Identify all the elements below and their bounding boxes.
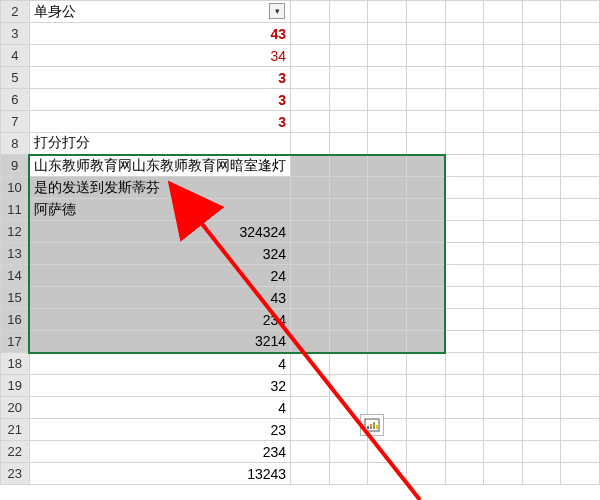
cell[interactable] (406, 397, 445, 419)
cell[interactable] (406, 177, 445, 199)
cell[interactable] (445, 265, 484, 287)
cell[interactable] (561, 221, 600, 243)
row-header[interactable]: 10 (1, 177, 30, 199)
cell[interactable]: 43 (29, 23, 291, 45)
row-header[interactable]: 11 (1, 199, 30, 221)
cell[interactable] (329, 155, 368, 177)
cell[interactable] (368, 463, 407, 485)
cell[interactable] (522, 23, 561, 45)
cell[interactable] (561, 177, 600, 199)
cell[interactable] (484, 441, 523, 463)
cell[interactable] (484, 67, 523, 89)
cell[interactable]: 324324 (29, 221, 291, 243)
cell[interactable] (484, 331, 523, 353)
cell[interactable]: 3214 (29, 331, 291, 353)
cell[interactable] (561, 463, 600, 485)
cell[interactable] (445, 331, 484, 353)
cell[interactable] (329, 111, 368, 133)
cell[interactable] (291, 67, 330, 89)
cell[interactable] (561, 199, 600, 221)
cell[interactable] (291, 23, 330, 45)
cell[interactable] (522, 463, 561, 485)
cell[interactable] (406, 45, 445, 67)
cell[interactable] (406, 243, 445, 265)
cell[interactable] (329, 221, 368, 243)
cell[interactable] (445, 243, 484, 265)
cell[interactable] (484, 89, 523, 111)
row-header[interactable]: 7 (1, 111, 30, 133)
cell[interactable] (561, 23, 600, 45)
cell[interactable] (406, 287, 445, 309)
cell[interactable] (368, 331, 407, 353)
cell[interactable] (329, 45, 368, 67)
cell[interactable] (329, 441, 368, 463)
cell[interactable] (291, 419, 330, 441)
cell[interactable] (522, 111, 561, 133)
cell[interactable] (329, 67, 368, 89)
cell[interactable] (329, 177, 368, 199)
cell[interactable] (561, 397, 600, 419)
cell[interactable] (484, 199, 523, 221)
cell[interactable] (291, 111, 330, 133)
cell[interactable] (561, 243, 600, 265)
cell[interactable] (291, 89, 330, 111)
cell[interactable] (368, 265, 407, 287)
cell[interactable]: 234 (29, 441, 291, 463)
cell[interactable] (368, 89, 407, 111)
cell[interactable]: 打分打分 (29, 133, 291, 155)
cell[interactable] (329, 1, 368, 23)
row-header[interactable]: 17 (1, 331, 30, 353)
cell[interactable] (522, 133, 561, 155)
row-header[interactable]: 14 (1, 265, 30, 287)
cell[interactable] (561, 67, 600, 89)
cell[interactable] (291, 243, 330, 265)
cell[interactable] (522, 397, 561, 419)
row-header[interactable]: 23 (1, 463, 30, 485)
row-header[interactable]: 5 (1, 67, 30, 89)
cell[interactable] (484, 45, 523, 67)
cell[interactable] (406, 419, 445, 441)
row-header[interactable]: 21 (1, 419, 30, 441)
row-header[interactable]: 15 (1, 287, 30, 309)
cell[interactable] (406, 265, 445, 287)
cell[interactable] (406, 111, 445, 133)
cell[interactable] (406, 463, 445, 485)
cell[interactable] (368, 1, 407, 23)
cell[interactable] (522, 375, 561, 397)
row-header[interactable]: 12 (1, 221, 30, 243)
cell[interactable] (561, 155, 600, 177)
row-header[interactable]: 18 (1, 353, 30, 375)
cell[interactable] (368, 353, 407, 375)
cell[interactable] (445, 199, 484, 221)
cell[interactable] (445, 45, 484, 67)
cell[interactable] (561, 133, 600, 155)
cell[interactable] (445, 419, 484, 441)
row-header[interactable]: 19 (1, 375, 30, 397)
cell[interactable] (291, 331, 330, 353)
cell[interactable] (291, 45, 330, 67)
cell[interactable] (561, 89, 600, 111)
cell[interactable] (406, 441, 445, 463)
quick-analysis-button[interactable] (360, 414, 384, 436)
cell[interactable] (522, 67, 561, 89)
cell[interactable] (484, 353, 523, 375)
row-header[interactable]: 22 (1, 441, 30, 463)
cell[interactable]: 234 (29, 309, 291, 331)
cell[interactable] (445, 89, 484, 111)
cell[interactable] (445, 1, 484, 23)
cell[interactable]: 4 (29, 353, 291, 375)
cell[interactable] (484, 1, 523, 23)
cell[interactable]: 阿萨德 (29, 199, 291, 221)
cell[interactable] (484, 463, 523, 485)
cell[interactable] (329, 265, 368, 287)
cell[interactable] (484, 221, 523, 243)
cell[interactable] (291, 155, 330, 177)
cell[interactable]: 是的发送到发斯蒂芬 (29, 177, 291, 199)
cell[interactable] (291, 309, 330, 331)
cell[interactable] (445, 397, 484, 419)
cell[interactable] (484, 287, 523, 309)
cell[interactable] (561, 45, 600, 67)
cell[interactable] (368, 111, 407, 133)
cell[interactable] (291, 353, 330, 375)
cell[interactable] (561, 419, 600, 441)
